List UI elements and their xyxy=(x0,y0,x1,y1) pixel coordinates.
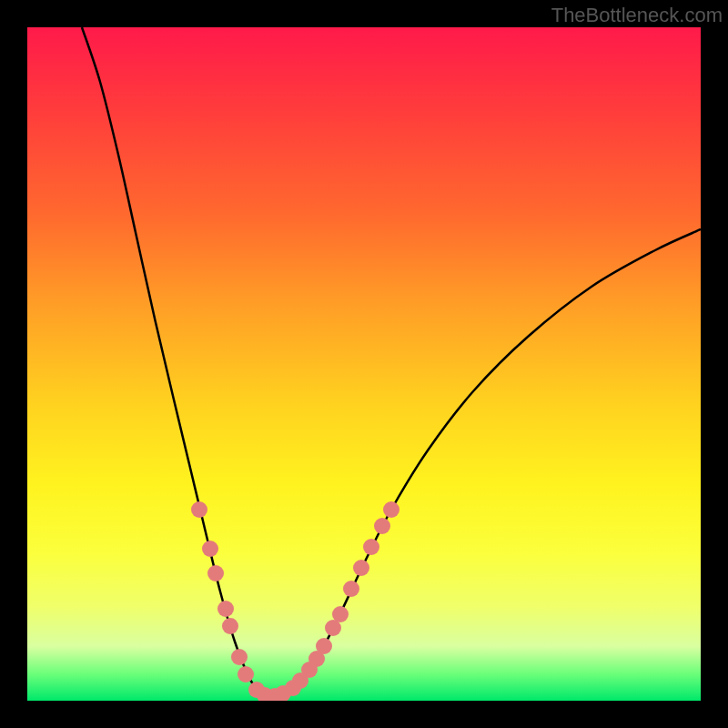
left-branch-curve xyxy=(82,27,268,696)
marker-point xyxy=(374,518,390,534)
plot-area xyxy=(27,27,701,701)
marker-point xyxy=(383,501,399,518)
marker-point xyxy=(217,601,234,617)
marker-point xyxy=(231,649,248,665)
marker-point xyxy=(191,501,207,518)
watermark-text: TheBottleneck.com xyxy=(551,4,723,27)
marker-point xyxy=(202,541,218,557)
marker-point xyxy=(222,618,238,634)
chart-frame: TheBottleneck.com xyxy=(0,0,728,728)
chart-svg xyxy=(27,27,701,701)
marker-point xyxy=(316,638,332,654)
marker-point xyxy=(343,581,359,597)
marker-point xyxy=(207,565,224,581)
marker-point xyxy=(353,560,369,576)
marker-point xyxy=(363,539,379,555)
marker-point xyxy=(332,606,349,622)
marker-point xyxy=(238,666,254,682)
